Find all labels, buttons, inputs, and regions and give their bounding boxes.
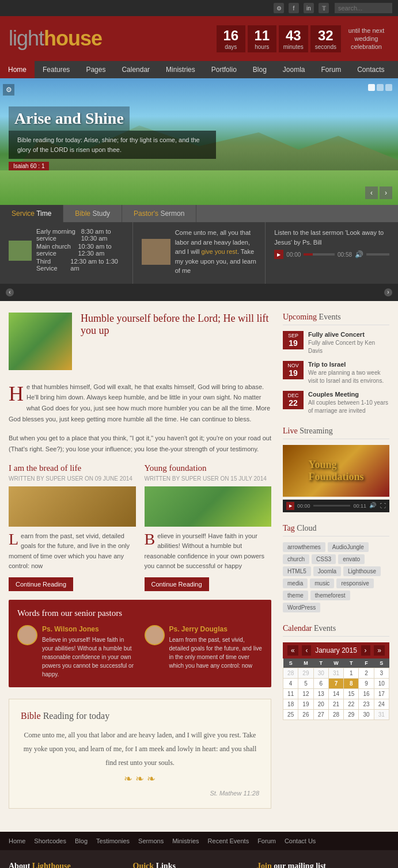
streaming-video[interactable]: YoungFoundations: [283, 445, 389, 497]
footer-nav-testimonies[interactable]: Testimonies: [96, 837, 130, 844]
cal-day[interactable]: 16: [359, 688, 374, 699]
cal-day[interactable]: 29: [344, 709, 359, 719]
tag-media[interactable]: media: [283, 578, 308, 588]
cal-day-event[interactable]: 8: [344, 678, 359, 688]
cal-day[interactable]: 13: [313, 688, 328, 699]
tag-wordpress[interactable]: WordPress: [283, 603, 320, 612]
cal-day[interactable]: 5: [298, 678, 313, 688]
cal-day[interactable]: 12: [298, 688, 313, 699]
slide-dot-3[interactable]: [385, 84, 392, 91]
tab-pastors-sermon[interactable]: Pastor's Sermon: [122, 205, 196, 222]
stream-volume-icon[interactable]: 🔊: [369, 502, 377, 510]
tag-joomla[interactable]: Joomla: [313, 566, 341, 576]
cal-day[interactable]: 26: [298, 709, 313, 719]
cal-day[interactable]: 14: [328, 688, 343, 699]
cal-day[interactable]: 11: [283, 688, 298, 699]
cal-day[interactable]: 24: [374, 699, 389, 709]
tag-church[interactable]: church: [283, 554, 309, 564]
footer-nav-forum[interactable]: Forum: [257, 837, 276, 844]
stream-play-btn[interactable]: ▶: [286, 502, 294, 510]
twitter-icon[interactable]: 𝕋: [319, 3, 329, 13]
stream-progress-bar[interactable]: [313, 505, 351, 507]
tag-audiojungle[interactable]: AudioJungle: [328, 542, 369, 552]
tag-themeforest[interactable]: themeforest: [310, 591, 350, 600]
tag-css3[interactable]: CSS3: [312, 554, 336, 564]
settings-icon[interactable]: ⚙: [274, 3, 284, 13]
tag-arrowthemes[interactable]: arrowthemes: [283, 542, 325, 552]
cal-day[interactable]: 30: [313, 668, 328, 678]
audio-progress-bar[interactable]: [304, 253, 335, 256]
tab-bible-study[interactable]: Bible Study: [63, 205, 122, 222]
cal-day[interactable]: 3: [374, 668, 389, 678]
stream-expand-icon[interactable]: ⛶: [380, 502, 386, 509]
tag-responsive[interactable]: responsive: [336, 578, 373, 588]
cal-day[interactable]: 19: [298, 699, 313, 709]
volume-bar[interactable]: [366, 253, 389, 256]
footer-nav-shortcodes[interactable]: Shortcodes: [34, 837, 66, 844]
cal-day[interactable]: 31: [328, 668, 343, 678]
cal-day[interactable]: 18: [283, 699, 298, 709]
linkedin-icon[interactable]: in: [304, 3, 314, 13]
cal-day[interactable]: 27: [313, 709, 328, 719]
calendar-prev2[interactable]: ‹: [302, 645, 311, 656]
nav-home[interactable]: Home: [0, 61, 35, 78]
tab-service-time[interactable]: Service Time: [0, 205, 63, 222]
footer-nav-contact[interactable]: Contact Us: [285, 837, 316, 844]
footer-nav-recent-events[interactable]: Recent Events: [208, 837, 249, 844]
cal-day[interactable]: 22: [344, 699, 359, 709]
cal-day[interactable]: 4: [283, 678, 298, 688]
divider-left-arrow[interactable]: ‹: [6, 288, 14, 296]
slide-dot-2[interactable]: [377, 84, 384, 91]
facebook-icon[interactable]: f: [289, 3, 299, 13]
footer-nav-sermons[interactable]: Sermons: [138, 837, 164, 844]
cal-day[interactable]: 9: [359, 678, 374, 688]
cal-day[interactable]: 25: [283, 709, 298, 719]
cal-day-event[interactable]: 7: [328, 678, 343, 688]
volume-icon[interactable]: 🔊: [355, 250, 363, 258]
calendar-next[interactable]: »: [374, 645, 385, 656]
tag-theme[interactable]: theme: [283, 591, 308, 600]
slide-dot-1[interactable]: [368, 84, 375, 91]
footer-nav-home[interactable]: Home: [9, 837, 25, 844]
search-input[interactable]: [335, 3, 392, 13]
nav-calendar[interactable]: Calendar: [113, 61, 158, 78]
tag-lighthouse[interactable]: Lighthouse: [343, 566, 381, 576]
cal-day[interactable]: 21: [328, 699, 343, 709]
cal-day[interactable]: 17: [374, 688, 389, 699]
play-button[interactable]: ▶: [274, 250, 283, 259]
continue-btn-2[interactable]: Continue Reading: [145, 577, 209, 591]
nav-portfolio[interactable]: Portfolio: [203, 61, 245, 78]
divider-right-arrow[interactable]: ›: [384, 288, 392, 296]
nav-forum[interactable]: Forum: [313, 61, 350, 78]
cal-day[interactable]: 30: [359, 709, 374, 719]
calendar-prev[interactable]: «: [287, 645, 298, 656]
cal-day[interactable]: 28: [283, 668, 298, 678]
nav-pages[interactable]: Pages: [78, 61, 113, 78]
nav-blog[interactable]: Blog: [245, 61, 275, 78]
footer-nav-ministries[interactable]: Ministries: [172, 837, 199, 844]
cal-day[interactable]: 29: [298, 668, 313, 678]
bible-link[interactable]: give you rest: [202, 248, 237, 255]
cal-day[interactable]: 31: [374, 709, 389, 719]
tag-music[interactable]: music: [310, 578, 334, 588]
cal-day[interactable]: 20: [313, 699, 328, 709]
continue-btn-1[interactable]: Continue Reading: [9, 577, 73, 591]
hero-next-btn[interactable]: ›: [380, 186, 392, 199]
cal-day[interactable]: 10: [374, 678, 389, 688]
cal-day[interactable]: 23: [359, 699, 374, 709]
hero-prev-btn[interactable]: ‹: [365, 186, 378, 199]
cal-day[interactable]: 6: [313, 678, 328, 688]
tag-html5[interactable]: HTML5: [283, 566, 311, 576]
footer-nav-blog[interactable]: Blog: [75, 837, 88, 844]
hero-settings-icon[interactable]: ⚙: [3, 84, 14, 96]
cal-day[interactable]: 2: [359, 668, 374, 678]
calendar-next2[interactable]: ›: [361, 645, 370, 656]
nav-ministries[interactable]: Ministries: [158, 61, 203, 78]
nav-features[interactable]: Features: [35, 61, 78, 78]
cal-day[interactable]: 28: [328, 709, 343, 719]
cal-day[interactable]: 15: [344, 688, 359, 699]
tag-envato[interactable]: envato: [338, 554, 365, 564]
nav-contacts[interactable]: Contacts: [349, 61, 392, 78]
cal-day[interactable]: 1: [344, 668, 359, 678]
nav-joomla[interactable]: Joomla: [275, 61, 313, 78]
